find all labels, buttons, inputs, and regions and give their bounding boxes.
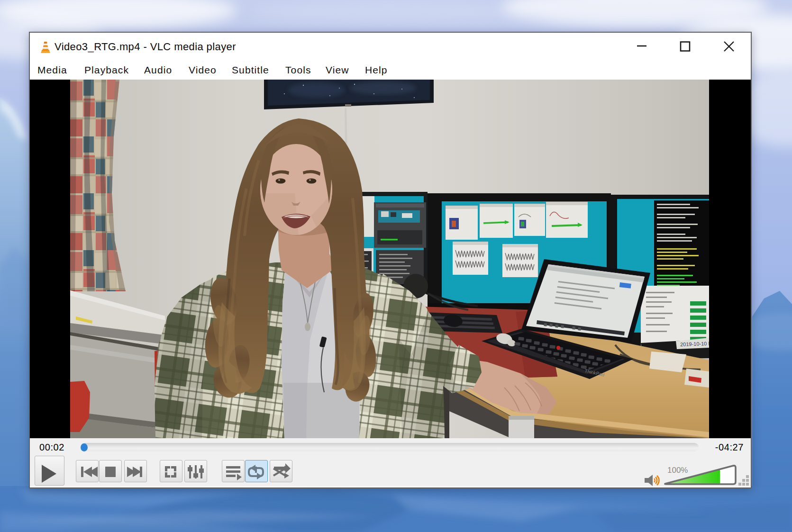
svg-text:100%: 100% xyxy=(667,466,688,475)
